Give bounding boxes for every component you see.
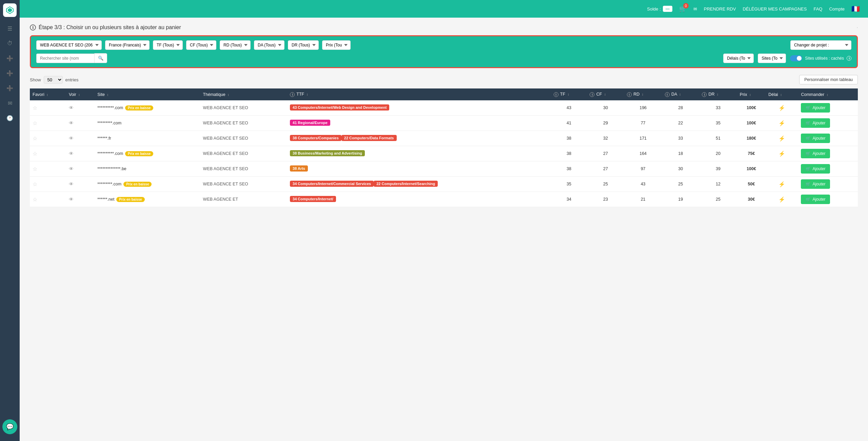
step-title: ℹ Étape 3/3 : Choisir un ou plusieurs si… xyxy=(30,24,858,31)
favorite-button[interactable]: ☆ xyxy=(33,105,37,111)
compte-link[interactable]: Compte xyxy=(829,6,845,12)
chat-button[interactable]: 💬 xyxy=(2,419,17,434)
step-dot: · xyxy=(857,25,858,30)
site-name: ******.net xyxy=(97,197,114,202)
cart-icon: 🛒 xyxy=(806,136,811,141)
history-icon[interactable]: 🕐 xyxy=(4,112,16,124)
filter-bar: WEB AGENCE ET SEO (206 France (Francais)… xyxy=(30,35,858,68)
col-ttf: ℹ TTF ↕ xyxy=(287,88,551,100)
delais-filter[interactable]: Délais (To xyxy=(723,54,754,63)
add-to-cart-button[interactable]: 🛒 Ajouter xyxy=(801,134,830,143)
thematic-label: WEB AGENCE ET SEO xyxy=(203,136,248,141)
clock-icon[interactable]: ⏱ xyxy=(4,37,16,49)
favorite-button[interactable]: ☆ xyxy=(33,120,37,126)
sort-prix-icon[interactable]: ↕ xyxy=(749,93,751,97)
tf-filter[interactable]: TF (Tous) xyxy=(153,40,183,50)
sort-delai-icon[interactable]: ↕ xyxy=(780,93,782,97)
da-value: 18 xyxy=(662,146,699,161)
search-button[interactable]: 🔍 xyxy=(94,53,107,63)
thematic-label: WEB AGENCE ET SEO xyxy=(203,151,248,156)
cart-icon: 🛒 xyxy=(806,197,811,202)
favorite-button[interactable]: ☆ xyxy=(33,151,37,157)
prendre-rdv-link[interactable]: PRENDRE RDV xyxy=(704,6,736,12)
sort-dr-icon[interactable]: ↕ xyxy=(717,93,718,96)
filter-row-2: 🔍 Délais (To Sites (To Sites utilisés : … xyxy=(36,53,851,63)
balance-section: Solde : — xyxy=(647,6,672,12)
eye-icon[interactable]: 👁 xyxy=(69,166,74,172)
email-icon[interactable]: ✉ xyxy=(693,6,697,12)
col-da: ℹ DA ↕ xyxy=(662,88,699,100)
sort-ttf-icon[interactable]: ↕ xyxy=(307,93,308,96)
eye-icon[interactable]: 👁 xyxy=(69,105,74,111)
favorite-button[interactable]: ☆ xyxy=(33,181,37,187)
sites-filter[interactable]: Sites (To xyxy=(758,54,786,63)
cf-value: 27 xyxy=(587,146,624,161)
faq-link[interactable]: FAQ xyxy=(813,6,822,12)
sort-site-icon[interactable]: ↕ xyxy=(107,93,108,97)
add-to-cart-button[interactable]: 🛒 Ajouter xyxy=(801,195,830,204)
add-campaign-icon[interactable]: ➕ xyxy=(4,52,16,64)
dr-filter[interactable]: DR (Tous) xyxy=(288,40,319,50)
add-to-cart-button[interactable]: 🛒 Ajouter xyxy=(801,149,830,158)
customize-table-button[interactable]: Personnaliser mon tableau xyxy=(799,75,858,84)
delay-value: ⚡ xyxy=(766,100,798,116)
eye-icon[interactable]: 👁 xyxy=(69,151,74,156)
add-icon-2[interactable]: ➕ xyxy=(4,67,16,79)
favorite-button[interactable]: ☆ xyxy=(33,135,37,142)
add-to-cart-button[interactable]: 🛒 Ajouter xyxy=(801,164,830,174)
eye-icon[interactable]: 👁 xyxy=(69,197,74,202)
table-row: ☆👁*********.comPrix en baisseWEB AGENCE … xyxy=(30,177,858,192)
tf-value: 38 xyxy=(551,146,587,161)
cf-filter[interactable]: CF (Tous) xyxy=(186,40,216,50)
add-to-cart-button[interactable]: 🛒 Ajouter xyxy=(801,118,830,128)
sort-favori-icon[interactable]: ↕ xyxy=(46,93,48,97)
main-content: Solde : — 🛒 0 ✉ PRENDRE RDV DÉLÉGUER MES… xyxy=(20,0,868,441)
table-body: ☆👁**********.comPrix en baisseWEB AGENCE… xyxy=(30,100,858,207)
col-dr: ℹ DR ↕ xyxy=(699,88,737,100)
sites-toggle[interactable] xyxy=(790,55,802,61)
deleguer-link[interactable]: DÉLÉGUER MES CAMPAGNES xyxy=(743,6,807,12)
sort-cf-icon[interactable]: ↕ xyxy=(604,93,606,96)
eye-icon[interactable]: 👁 xyxy=(69,120,74,126)
add-icon-3[interactable]: ➕ xyxy=(4,82,16,94)
thematic-label: WEB AGENCE ET xyxy=(203,197,238,202)
category-filter[interactable]: WEB AGENCE ET SEO (206 xyxy=(36,40,102,50)
country-filter[interactable]: France (Francais) xyxy=(105,40,150,50)
eye-icon[interactable]: 👁 xyxy=(69,136,74,141)
sort-voir-icon[interactable]: ↕ xyxy=(78,93,80,97)
language-flag[interactable]: 🇫🇷 xyxy=(851,5,860,13)
sort-thematique-icon[interactable]: ↕ xyxy=(228,93,229,97)
add-to-cart-button[interactable]: 🛒 Ajouter xyxy=(801,179,830,189)
search-group: 🔍 xyxy=(36,53,107,63)
favorite-button[interactable]: ☆ xyxy=(33,166,37,172)
add-to-cart-button[interactable]: 🛒 Ajouter xyxy=(801,103,830,113)
thematic-label: WEB AGENCE ET SEO xyxy=(203,105,248,110)
project-selector[interactable]: Changer de projet : xyxy=(790,40,851,50)
site-name: **********.com xyxy=(97,105,123,110)
price-filter[interactable]: Prix (Tou xyxy=(322,40,351,50)
sort-tf-icon[interactable]: ↕ xyxy=(568,93,569,96)
sort-commander-icon[interactable]: ↕ xyxy=(827,93,828,97)
search-input[interactable] xyxy=(36,54,94,63)
sort-da-icon[interactable]: ↕ xyxy=(679,93,681,96)
app-logo[interactable] xyxy=(3,3,17,17)
tf-value: 43 xyxy=(551,100,587,116)
rd-value: 77 xyxy=(624,116,662,131)
table-row: ☆👁******.frWEB AGENCE ET SEO38 Computers… xyxy=(30,131,858,146)
site-name: *********.com xyxy=(97,182,121,186)
entries-select[interactable]: 50 25 100 xyxy=(44,76,63,84)
cart-section[interactable]: 🛒 0 xyxy=(679,5,687,13)
eye-icon[interactable]: 👁 xyxy=(69,181,74,187)
site-name: *********.com xyxy=(97,121,121,125)
sort-rd-icon[interactable]: ↕ xyxy=(642,93,644,96)
rd-filter[interactable]: RD (Tous) xyxy=(220,40,251,50)
favorite-button[interactable]: ☆ xyxy=(33,196,37,203)
da-value: 28 xyxy=(662,100,699,116)
menu-icon[interactable]: ☰ xyxy=(4,22,16,35)
price-down-badge: Prix en baisse xyxy=(125,151,153,156)
cart-icon: 🛒 xyxy=(806,151,811,156)
da-filter[interactable]: DA (Tous) xyxy=(254,40,284,50)
col-favori: Favori ↕ xyxy=(30,88,66,100)
info-ttf: ℹ xyxy=(290,92,295,97)
mail-icon[interactable]: ✉ xyxy=(4,97,16,109)
